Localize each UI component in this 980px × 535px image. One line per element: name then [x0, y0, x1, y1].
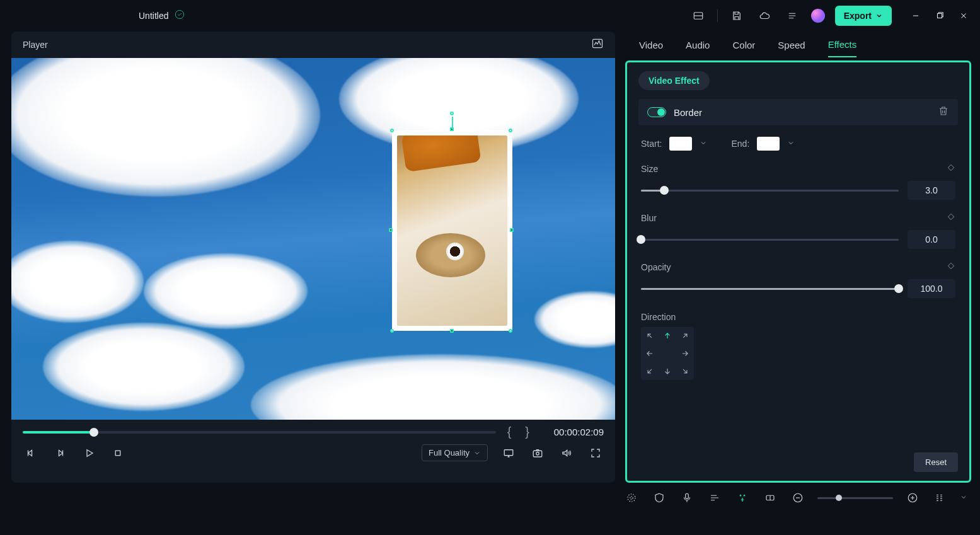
divider: [717, 9, 718, 22]
next-frame-button[interactable]: [52, 445, 68, 461]
tab-audio[interactable]: Audio: [686, 33, 710, 57]
blur-slider[interactable]: [641, 239, 899, 241]
waveform-icon[interactable]: [591, 37, 604, 52]
blur-value[interactable]: 0.0: [908, 230, 955, 249]
mark-out-button[interactable]: }: [522, 425, 532, 439]
stop-button[interactable]: [110, 445, 126, 461]
resize-handle-s[interactable]: [450, 329, 454, 333]
tracks-icon[interactable]: [706, 490, 723, 506]
start-label: Start:: [641, 139, 662, 149]
prev-frame-button[interactable]: [23, 445, 39, 461]
size-slider-thumb[interactable]: [660, 186, 669, 195]
opacity-label: Opacity: [641, 262, 671, 272]
adjust-icon[interactable]: [623, 490, 640, 506]
border-label: Border: [674, 107, 702, 118]
start-color-dropdown[interactable]: [700, 138, 707, 149]
direction-sw[interactable]: [641, 362, 659, 380]
direction-se[interactable]: [676, 362, 694, 380]
timeline-view-icon[interactable]: [932, 490, 948, 506]
sky-cloud: [43, 323, 245, 411]
shield-icon[interactable]: [651, 490, 667, 506]
size-value[interactable]: 3.0: [908, 181, 955, 200]
preview-canvas[interactable]: [11, 58, 615, 420]
decor: [446, 243, 464, 260]
resize-handle-nw[interactable]: [390, 129, 394, 132]
player-panel: Player: [11, 32, 615, 483]
resize-handle-ne[interactable]: [509, 129, 512, 132]
blur-keyframe-icon[interactable]: [947, 212, 955, 224]
window-minimize[interactable]: [909, 9, 922, 22]
effects-stack-icon[interactable]: [734, 490, 751, 506]
resize-handle-e[interactable]: [510, 228, 514, 232]
mic-icon[interactable]: [679, 490, 695, 506]
player-title: Player: [23, 40, 48, 50]
play-button[interactable]: [81, 445, 97, 461]
marker-icon[interactable]: [762, 490, 778, 506]
direction-nw[interactable]: [641, 327, 659, 345]
resize-handle-se[interactable]: [509, 329, 512, 333]
border-toggle[interactable]: [647, 107, 666, 117]
fullscreen-icon[interactable]: [587, 445, 604, 461]
menu-list-icon[interactable]: [783, 7, 801, 25]
saved-check-icon: [175, 9, 185, 22]
opacity-value[interactable]: 100.0: [908, 279, 955, 298]
opacity-slider-fill: [641, 288, 899, 290]
direction-w[interactable]: [641, 345, 659, 362]
opacity-slider[interactable]: [641, 288, 899, 290]
rotation-handle[interactable]: [450, 112, 454, 115]
zoom-slider[interactable]: [817, 497, 893, 499]
size-label: Size: [641, 164, 658, 174]
end-color-dropdown[interactable]: [787, 138, 795, 149]
window-close[interactable]: [957, 9, 970, 22]
direction-e[interactable]: [676, 345, 694, 362]
zoom-in-icon[interactable]: [904, 490, 921, 506]
project-title: Untitled: [139, 11, 168, 21]
cloud-icon[interactable]: [756, 7, 773, 25]
save-icon[interactable]: [728, 7, 746, 25]
selected-clip-overlay[interactable]: [392, 130, 512, 331]
volume-icon[interactable]: [558, 445, 575, 461]
seek-thumb[interactable]: [89, 428, 98, 437]
mark-in-button[interactable]: {: [505, 425, 514, 439]
tab-effects[interactable]: Effects: [828, 33, 857, 57]
resize-handle-sw[interactable]: [390, 329, 394, 333]
timeline-view-dropdown[interactable]: [960, 492, 967, 503]
border-header-left: Border: [647, 107, 702, 118]
size-keyframe-icon[interactable]: [947, 163, 955, 175]
user-avatar[interactable]: [811, 9, 825, 23]
reset-button[interactable]: Reset: [914, 452, 958, 472]
start-color-swatch[interactable]: [669, 137, 692, 151]
seek-fill: [23, 431, 94, 434]
titlebar: Untitled Export: [0, 0, 980, 32]
direction-ne[interactable]: [676, 327, 694, 345]
blur-slider-thumb[interactable]: [637, 235, 645, 244]
snapshot-icon[interactable]: [529, 445, 546, 461]
zoom-out-icon[interactable]: [790, 490, 806, 506]
delete-effect-button[interactable]: [938, 105, 949, 119]
svg-point-0: [176, 10, 184, 18]
direction-label: Direction: [638, 312, 958, 322]
opacity-keyframe-icon[interactable]: [947, 262, 955, 273]
end-color-swatch[interactable]: [757, 137, 780, 151]
bottom-toolbar: [0, 483, 980, 513]
direction-s[interactable]: [659, 362, 676, 380]
quality-dropdown[interactable]: Full Quality: [422, 444, 488, 461]
tab-speed[interactable]: Speed: [778, 33, 805, 57]
zoom-thumb[interactable]: [836, 495, 842, 501]
main-area: Player: [0, 32, 980, 483]
size-group: Size 3.0: [638, 163, 958, 200]
video-effect-chip[interactable]: Video Effect: [638, 71, 710, 90]
border-section-header: Border: [638, 99, 958, 125]
tab-color[interactable]: Color: [732, 33, 755, 57]
screen-settings-icon[interactable]: [500, 445, 517, 461]
window-maximize[interactable]: [933, 9, 946, 22]
size-slider[interactable]: [641, 190, 899, 192]
layout-icon[interactable]: [689, 7, 707, 25]
direction-n[interactable]: [659, 327, 676, 345]
opacity-slider-thumb[interactable]: [894, 284, 903, 293]
export-button[interactable]: Export: [835, 6, 892, 26]
tab-video[interactable]: Video: [639, 33, 663, 57]
seek-slider[interactable]: [23, 431, 496, 434]
sky-cloud: [11, 58, 320, 197]
resize-handle-w[interactable]: [389, 228, 393, 232]
